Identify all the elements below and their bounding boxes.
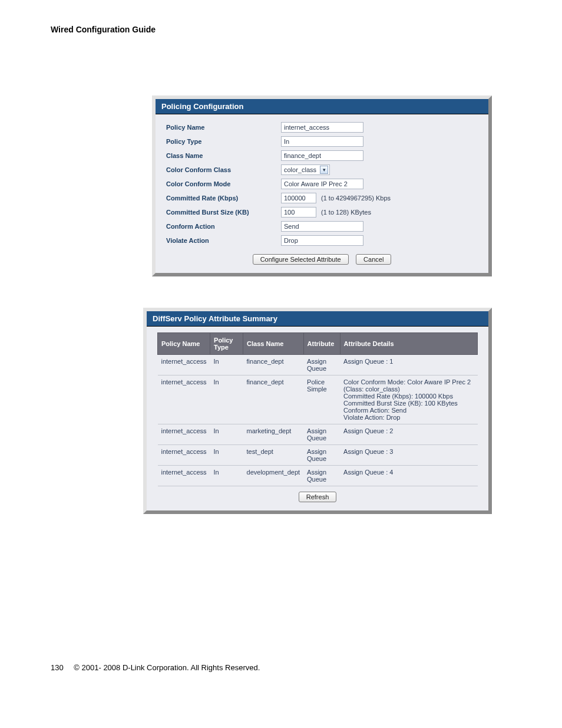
table-row: internet_accessIndevelopment_deptAssign …: [158, 466, 478, 486]
configure-selected-attribute-button[interactable]: Configure Selected Attribute: [253, 254, 349, 265]
table-cell: development_dept: [243, 466, 304, 486]
th-attribute-details: Attribute Details: [340, 333, 477, 355]
table-header-row: Policy Name Policy Type Class Name Attri…: [158, 333, 478, 355]
input-committed-burst[interactable]: 100: [281, 207, 316, 218]
table-cell: test_dept: [243, 445, 304, 466]
input-committed-rate[interactable]: 100000: [281, 193, 316, 203]
label-violate-action: Violate Action: [166, 237, 281, 244]
row-policy-type: Policy Type In: [166, 134, 478, 149]
table-cell: In: [210, 445, 243, 466]
row-color-conform-mode: Color Conform Mode Color Aware IP Prec 2: [166, 177, 478, 191]
table-cell: Assign Queue : 3: [340, 445, 477, 466]
button-row: Refresh: [157, 486, 478, 502]
table-cell: Assign Queue: [303, 466, 340, 486]
table-cell: Police Simple: [303, 375, 340, 424]
table-row: internet_accessInfinance_deptPolice Simp…: [158, 375, 478, 424]
value-class-name: finance_dept: [281, 150, 363, 161]
panel-body: Policy Name Policy Type Class Name Attri…: [147, 327, 488, 510]
label-policy-name: Policy Name: [166, 124, 281, 131]
row-conform-action: Conform Action Send: [166, 219, 478, 233]
select-value: color_class: [284, 166, 316, 173]
page-number: 130: [51, 663, 64, 672]
table-cell: internet_access: [158, 375, 210, 424]
value-conform-action: Send: [281, 221, 363, 232]
th-policy-type: Policy Type: [210, 333, 243, 355]
label-committed-burst: Committed Burst Size (KB): [166, 209, 281, 216]
cancel-button[interactable]: Cancel: [356, 254, 391, 265]
table-cell: Assign Queue : 2: [340, 424, 477, 445]
row-committed-rate: Committed Rate (Kbps) 100000 (1 to 42949…: [166, 191, 478, 205]
chevron-down-icon: ▾: [320, 166, 328, 174]
row-class-name: Class Name finance_dept: [166, 149, 478, 163]
table-cell: Assign Queue: [303, 445, 340, 466]
label-conform-action: Conform Action: [166, 223, 281, 230]
button-row: Configure Selected Attribute Cancel: [166, 248, 478, 265]
diffserv-summary-panel: DiffServ Policy Attribute Summary Policy…: [143, 308, 492, 514]
table-cell: finance_dept: [243, 355, 304, 375]
th-policy-name: Policy Name: [158, 333, 210, 355]
table-cell: Assign Queue: [303, 355, 340, 375]
refresh-button[interactable]: Refresh: [299, 492, 337, 502]
suffix-committed-burst: (1 to 128) KBytes: [321, 209, 371, 216]
row-committed-burst: Committed Burst Size (KB) 100 (1 to 128)…: [166, 205, 478, 219]
table-cell: internet_access: [158, 424, 210, 445]
table-row: internet_accessIntest_deptAssign QueueAs…: [158, 445, 478, 466]
table-cell: internet_access: [158, 445, 210, 466]
summary-table: Policy Name Policy Type Class Name Attri…: [157, 332, 478, 486]
label-color-conform-class: Color Conform Class: [166, 166, 281, 173]
footer: 130 © 2001- 2008 D-Link Corporation. All…: [51, 663, 260, 672]
table-cell: In: [210, 375, 243, 424]
row-violate-action: Violate Action Drop: [166, 233, 478, 248]
label-class-name: Class Name: [166, 152, 281, 159]
suffix-committed-rate: (1 to 4294967295) Kbps: [321, 195, 391, 202]
table-row: internet_accessInfinance_deptAssign Queu…: [158, 355, 478, 375]
value-policy-type: In: [281, 136, 363, 147]
value-color-conform-mode: Color Aware IP Prec 2: [281, 179, 363, 189]
label-color-conform-mode: Color Conform Mode: [166, 180, 281, 187]
label-policy-type: Policy Type: [166, 138, 281, 145]
table-cell: marketing_dept: [243, 424, 304, 445]
policing-configuration-panel: Policing Configuration Policy Name inter…: [152, 95, 492, 276]
table-cell: In: [210, 355, 243, 375]
table-cell: Assign Queue : 4: [340, 466, 477, 486]
table-row: internet_accessInmarketing_deptAssign Qu…: [158, 424, 478, 445]
value-violate-action: Drop: [281, 235, 363, 246]
table-cell: Color Conform Mode: Color Aware IP Prec …: [340, 375, 477, 424]
table-cell: In: [210, 466, 243, 486]
table-cell: In: [210, 424, 243, 445]
th-class-name: Class Name: [243, 333, 304, 355]
row-policy-name: Policy Name internet_access: [166, 120, 478, 134]
panel-body: Policy Name internet_access Policy Type …: [156, 114, 488, 273]
table-cell: finance_dept: [243, 375, 304, 424]
value-policy-name: internet_access: [281, 122, 363, 133]
panel-header: Policing Configuration: [156, 99, 488, 114]
page-title: Wired Configuration Guide: [51, 25, 156, 34]
table-cell: Assign Queue : 1: [340, 355, 477, 375]
label-committed-rate: Committed Rate (Kbps): [166, 195, 281, 202]
row-color-conform-class: Color Conform Class color_class ▾: [166, 163, 478, 177]
panel-header: DiffServ Policy Attribute Summary: [147, 311, 488, 327]
copyright: © 2001- 2008 D-Link Corporation. All Rig…: [74, 663, 260, 672]
th-attribute: Attribute: [303, 333, 340, 355]
table-cell: Assign Queue: [303, 424, 340, 445]
select-color-conform-class[interactable]: color_class ▾: [281, 164, 330, 175]
table-cell: internet_access: [158, 466, 210, 486]
table-cell: internet_access: [158, 355, 210, 375]
